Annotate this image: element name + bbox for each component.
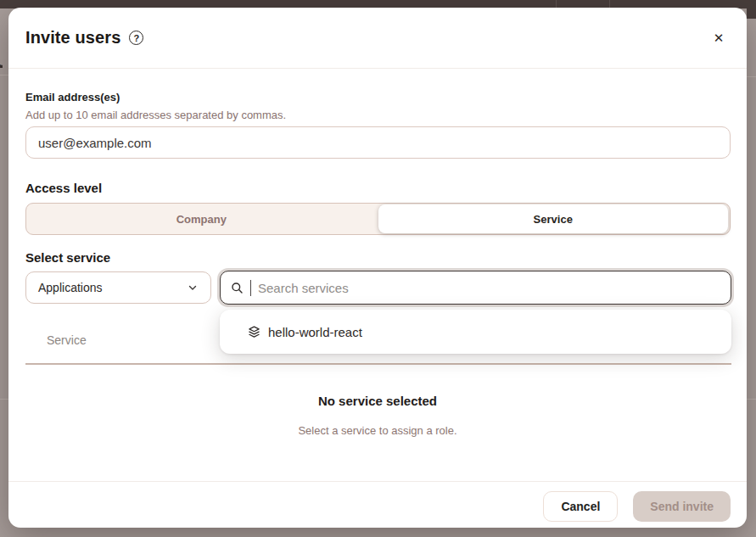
cancel-button[interactable]: Cancel xyxy=(543,491,618,522)
invite-users-dialog: Invite users ? ✕ Email address(es) Add u… xyxy=(8,8,747,528)
email-helper-text: Add up to 10 email addresses separated b… xyxy=(25,109,286,121)
search-results-dropdown: hello-world-react xyxy=(220,310,731,354)
search-icon xyxy=(231,282,244,294)
select-service-label: Select service xyxy=(25,250,110,265)
service-result-item[interactable]: hello-world-react xyxy=(220,310,731,354)
page-topbar-corner xyxy=(747,0,756,19)
access-option-company[interactable]: Company xyxy=(26,204,377,234)
email-input[interactable] xyxy=(25,126,731,159)
access-option-service[interactable]: Service xyxy=(378,204,729,233)
help-icon[interactable]: ? xyxy=(129,31,143,45)
background-section-line xyxy=(0,399,8,400)
text-cursor xyxy=(250,280,251,296)
service-category-select[interactable]: Applications xyxy=(25,271,211,304)
background-section-line xyxy=(747,399,756,400)
email-label: Email address(es) xyxy=(25,91,120,103)
table-divider xyxy=(25,363,731,365)
dialog-header: Invite users ? ✕ xyxy=(8,8,747,69)
background-page-text-fragment: U xyxy=(0,48,3,75)
dialog-title: Invite users xyxy=(25,28,120,48)
send-invite-button[interactable]: Send invite xyxy=(633,491,731,522)
background-section-line xyxy=(0,75,8,76)
empty-state-subtitle: Select a service to assign a role. xyxy=(8,424,747,437)
access-level-label: Access level xyxy=(25,181,102,195)
background-section-line xyxy=(747,76,756,77)
search-services-input[interactable] xyxy=(258,281,720,295)
service-result-label: hello-world-react xyxy=(268,325,362,339)
empty-state-title: No service selected xyxy=(8,394,747,408)
close-icon[interactable]: ✕ xyxy=(708,27,730,49)
chevron-down-icon xyxy=(187,282,199,294)
service-search-field xyxy=(220,271,731,305)
selected-category: Applications xyxy=(38,281,103,294)
access-level-toggle: Company Service xyxy=(25,203,731,235)
footer-divider xyxy=(8,481,747,482)
stack-icon xyxy=(248,325,260,338)
service-column-header: Service xyxy=(47,333,87,347)
dialog-footer: Cancel Send invite xyxy=(8,491,747,522)
